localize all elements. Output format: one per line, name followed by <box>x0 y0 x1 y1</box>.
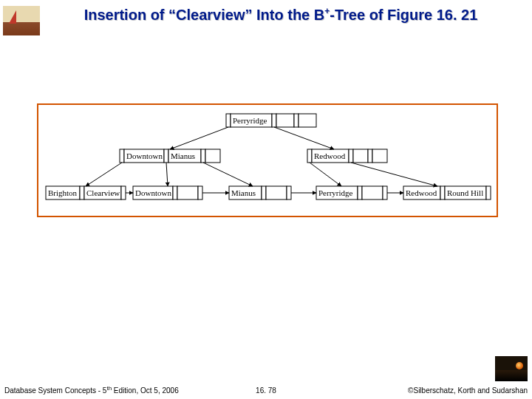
ptr-int1-leaf4 <box>351 163 437 186</box>
footer: Database System Concepts - 5th Edition, … <box>0 383 532 395</box>
internal-0-key-0: Downtown <box>126 151 163 160</box>
slide: Insertion of “Clearview” Into the B+-Tre… <box>0 0 532 399</box>
slide-number: 16. 78 <box>256 386 276 395</box>
internal-0-key-1: Mianus <box>171 151 195 160</box>
btree-leaf-node-1: Downtown <box>133 186 202 200</box>
svg-rect-29 <box>287 186 291 200</box>
svg-rect-11 <box>205 149 220 163</box>
copyright: ©Silberschatz, Korth and Sudarshan <box>408 386 528 395</box>
svg-rect-19 <box>80 186 84 200</box>
btree-leaf-node-4: Redwood Round Hill <box>403 186 491 200</box>
svg-rect-14 <box>349 149 353 163</box>
svg-rect-16 <box>368 149 372 163</box>
svg-rect-6 <box>120 149 124 163</box>
title-text-pre: Insertion of “Clearview” Into the B <box>84 7 325 23</box>
btree-root-node: Perryridge <box>226 114 316 127</box>
root-key-0: Perryridge <box>233 116 267 125</box>
svg-rect-33 <box>383 186 387 200</box>
btree-leaf-node-2: Mianus <box>229 186 291 200</box>
svg-rect-17 <box>372 149 387 163</box>
svg-rect-35 <box>440 186 445 200</box>
svg-rect-5 <box>299 114 316 127</box>
svg-rect-4 <box>294 114 299 127</box>
btree-figure: Perryridge Downtown Mianus <box>37 103 498 217</box>
btree-svg: Perryridge Downtown Mianus <box>38 105 497 216</box>
leaf-0-key-1: Clearview <box>86 188 120 197</box>
svg-rect-2 <box>272 114 276 127</box>
btree-leaf-node-3: Perryridge <box>316 186 387 200</box>
svg-rect-28 <box>266 186 287 200</box>
svg-rect-31 <box>358 186 362 200</box>
leaf-0-key-0: Brighton <box>48 188 78 197</box>
leaf-2-key-0: Mianus <box>231 188 256 197</box>
svg-rect-21 <box>121 186 126 200</box>
leaf-1-key-0: Downtown <box>135 188 171 197</box>
svg-rect-0 <box>226 114 231 127</box>
leaf-3-key-0: Perryridge <box>318 188 353 197</box>
logo-sailboat <box>3 6 40 35</box>
svg-rect-25 <box>198 186 202 200</box>
svg-rect-27 <box>262 186 266 200</box>
ptr-int0-leaf2 <box>203 163 253 186</box>
btree-internal-node-1: Redwood <box>307 149 387 163</box>
ptr-int0-leaf1 <box>166 163 168 186</box>
btree-internal-node-0: Downtown Mianus <box>120 149 220 163</box>
btree-leaf-node-0: Brighton Clearview <box>46 186 126 200</box>
footer-right: ©Silberschatz, Korth and Sudarshan <box>408 386 528 395</box>
slide-title: Insertion of “Clearview” Into the B+-Tre… <box>52 6 510 24</box>
svg-rect-3 <box>276 114 294 127</box>
ptr-root-to-internal-1 <box>274 127 334 149</box>
title-text-post: -Tree of Figure 16. 21 <box>330 7 477 23</box>
leaf-4-key-1: Round Hill <box>447 188 483 197</box>
svg-rect-12 <box>307 149 312 163</box>
ptr-int1-leaf3 <box>310 163 341 186</box>
ptr-int0-leaf0 <box>86 163 122 186</box>
svg-rect-10 <box>201 149 205 163</box>
leaf-4-key-0: Redwood <box>406 188 437 197</box>
logo-sunset <box>495 356 528 381</box>
svg-rect-37 <box>486 186 491 200</box>
svg-rect-24 <box>177 186 198 200</box>
svg-rect-23 <box>173 186 177 200</box>
svg-rect-8 <box>164 149 168 163</box>
ptr-root-to-internal-0 <box>170 127 228 149</box>
svg-rect-15 <box>353 149 368 163</box>
internal-1-key-0: Redwood <box>314 151 346 160</box>
svg-rect-32 <box>362 186 383 200</box>
